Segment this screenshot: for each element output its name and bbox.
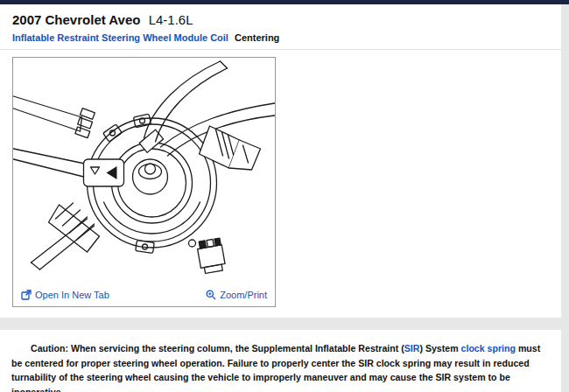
page: 2007 Chevrolet Aveo L4-1.6L Inflatable R… bbox=[0, 0, 569, 392]
external-link-icon bbox=[21, 290, 32, 300]
caution-text: Caution: When servicing the steering col… bbox=[11, 341, 544, 392]
page-title: 2007 Chevrolet Aveo L4-1.6L bbox=[12, 12, 549, 27]
caution-inline-link[interactable]: SIR bbox=[404, 343, 420, 354]
open-in-new-tab-label: Open In New Tab bbox=[35, 290, 109, 300]
caution-text-segment: Caution: When servicing the steering col… bbox=[31, 343, 404, 354]
vehicle-title: 2007 Chevrolet Aveo bbox=[12, 12, 140, 27]
breadcrumb-current: Centering bbox=[235, 32, 279, 43]
image-section: Open In New Tab Zoom/Print bbox=[0, 50, 561, 318]
diagram-panel: Open In New Tab Zoom/Print bbox=[12, 57, 276, 307]
module-coil-link[interactable]: Inflatable Restraint Steering Wheel Modu… bbox=[12, 32, 228, 43]
clock-spring-diagram bbox=[13, 58, 275, 288]
caution-section: Caution: When servicing the steering col… bbox=[0, 330, 561, 392]
engine-spec: L4-1.6L bbox=[149, 12, 193, 27]
zoom-print-link[interactable]: Zoom/Print bbox=[206, 290, 267, 300]
breadcrumb: Inflatable Restraint Steering Wheel Modu… bbox=[12, 32, 549, 43]
diagram-toolbar: Open In New Tab Zoom/Print bbox=[13, 288, 275, 306]
caution-text-segment: ) System bbox=[419, 343, 460, 354]
magnifier-icon bbox=[206, 290, 216, 300]
zoom-print-label: Zoom/Print bbox=[220, 290, 267, 300]
caution-inline-link[interactable]: clock spring bbox=[461, 343, 516, 354]
section-divider-gap bbox=[0, 318, 569, 330]
header-section: 2007 Chevrolet Aveo L4-1.6L Inflatable R… bbox=[0, 4, 561, 50]
open-in-new-tab-link[interactable]: Open In New Tab bbox=[21, 290, 109, 300]
